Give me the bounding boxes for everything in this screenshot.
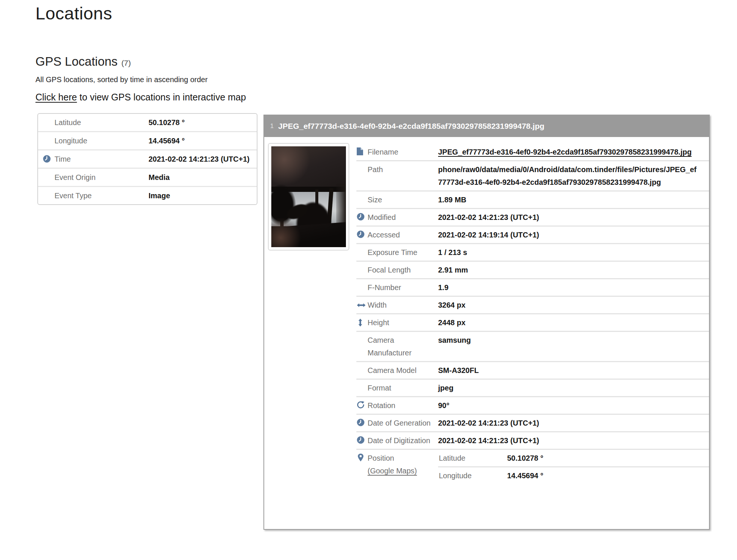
position-label: Latitude bbox=[438, 452, 507, 464]
meta-label: Rotation bbox=[368, 401, 396, 410]
media-index: 1 bbox=[270, 122, 274, 130]
meta-label: Size bbox=[356, 192, 438, 208]
gps-row-time: Time 2021-02-02 14:21:23 (UTC+1) bbox=[38, 149, 257, 168]
meta-label: Date of Digitization bbox=[368, 436, 430, 445]
meta-label: Focal Length bbox=[356, 262, 438, 278]
meta-row-camera-model: Camera Model SM-A320FL bbox=[356, 361, 709, 379]
meta-value: 2021-02-02 14:21:23 (UTC+1) bbox=[438, 209, 705, 225]
meta-value: 90° bbox=[438, 397, 705, 414]
position-row-latitude: Latitude 50.10278 ° bbox=[438, 450, 709, 466]
meta-value: 3264 px bbox=[438, 297, 705, 313]
gps-label: Event Type bbox=[38, 187, 149, 204]
media-card-title: JPEG_ef77773d-e316-4ef0-92b4-e2cda9f185a… bbox=[278, 122, 544, 131]
google-maps-link[interactable]: (Google Maps) bbox=[368, 467, 417, 475]
gps-value: 2021-02-02 14:21:23 (UTC+1) bbox=[149, 150, 257, 168]
meta-row-filename: Filename JPEG_ef77773d-e316-4ef0-92b4-e2… bbox=[356, 144, 709, 160]
meta-value: 1.9 bbox=[438, 279, 705, 296]
clock-icon bbox=[357, 419, 365, 426]
section-subtitle: All GPS locations, sorted by time in asc… bbox=[35, 75, 207, 84]
meta-label: Height bbox=[368, 318, 389, 327]
position-value: 14.45694 ° bbox=[507, 469, 709, 482]
map-link-rest: to view GPS locations in interactive map bbox=[77, 92, 246, 102]
clock-icon bbox=[43, 155, 51, 163]
file-icon bbox=[357, 147, 363, 155]
meta-row-rotation: Rotation 90° bbox=[356, 396, 709, 414]
gps-row-event-type: Event Type Image bbox=[38, 186, 257, 204]
meta-value: 1.89 MB bbox=[438, 192, 705, 208]
gps-label: Longitude bbox=[38, 132, 149, 149]
meta-row-width: Width 3264 px bbox=[356, 296, 709, 313]
meta-label: F-Number bbox=[356, 279, 438, 296]
meta-value: samsung bbox=[438, 332, 705, 361]
meta-value: 2448 px bbox=[438, 314, 705, 331]
gps-value: Media bbox=[149, 169, 257, 186]
width-arrow-icon bbox=[357, 303, 366, 308]
meta-label: Exposure Time bbox=[356, 244, 438, 261]
meta-label: Width bbox=[368, 301, 387, 309]
meta-label: Position bbox=[368, 454, 394, 462]
gps-label: Time bbox=[54, 155, 71, 163]
meta-row-height: Height 2448 px bbox=[356, 313, 709, 331]
meta-row-f-number: F-Number 1.9 bbox=[356, 278, 709, 296]
meta-label: Modified bbox=[368, 213, 396, 221]
media-card: 1 JPEG_ef77773d-e316-4ef0-92b4-e2cda9f18… bbox=[263, 115, 710, 530]
meta-value: 2021-02-02 14:19:14 (UTC+1) bbox=[438, 227, 705, 243]
meta-value: phone/raw0/data/media/0/Android/data/com… bbox=[438, 161, 705, 190]
meta-value: 2021-02-02 14:21:23 (UTC+1) bbox=[438, 415, 705, 431]
position-row-longitude: Longitude 14.45694 ° bbox=[438, 466, 709, 484]
meta-row-path: Path phone/raw0/data/media/0/Android/dat… bbox=[356, 160, 709, 190]
clock-icon bbox=[357, 230, 365, 238]
meta-row-position: Position (Google Maps) Latitude 50.10278… bbox=[356, 449, 709, 484]
media-metadata-table: Filename JPEG_ef77773d-e316-4ef0-92b4-e2… bbox=[356, 144, 709, 484]
filename-link[interactable]: JPEG_ef77773d-e316-4ef0-92b4-e2cda9f185a… bbox=[438, 148, 691, 156]
map-pin-icon bbox=[358, 454, 363, 461]
gps-location-table: Latitude 50.10278 ° Longitude 14.45694 °… bbox=[37, 113, 257, 205]
rotate-icon bbox=[357, 401, 365, 409]
thumbnail-photo bbox=[271, 146, 346, 247]
gps-value: 50.10278 ° bbox=[149, 114, 257, 131]
section-title: GPS Locations bbox=[35, 55, 118, 68]
meta-value: 1 / 213 s bbox=[438, 244, 705, 261]
meta-row-size: Size 1.89 MB bbox=[356, 190, 709, 208]
meta-value: SM-A320FL bbox=[438, 362, 705, 379]
meta-row-exposure-time: Exposure Time 1 / 213 s bbox=[356, 243, 709, 261]
meta-label: Format bbox=[356, 380, 438, 396]
position-label: Longitude bbox=[438, 469, 507, 482]
gps-row-latitude: Latitude 50.10278 ° bbox=[38, 114, 257, 131]
gps-label: Event Origin bbox=[38, 169, 149, 186]
meta-row-modified: Modified 2021-02-02 14:21:23 (UTC+1) bbox=[356, 208, 709, 225]
meta-label: Accessed bbox=[368, 231, 400, 239]
meta-row-focal-length: Focal Length 2.91 mm bbox=[356, 261, 709, 278]
meta-row-camera-manufacturer: Camera Manufacturer samsung bbox=[356, 331, 709, 361]
meta-label: Camera Manufacturer bbox=[356, 332, 438, 361]
meta-row-format: Format jpeg bbox=[356, 379, 709, 396]
map-link[interactable]: Click here bbox=[35, 92, 77, 102]
gps-row-event-origin: Event Origin Media bbox=[38, 168, 257, 186]
meta-row-accessed: Accessed 2021-02-02 14:19:14 (UTC+1) bbox=[356, 225, 709, 243]
height-arrow-icon bbox=[358, 318, 363, 327]
meta-label: Filename bbox=[368, 148, 398, 156]
media-thumbnail[interactable] bbox=[268, 143, 349, 251]
meta-label: Path bbox=[356, 161, 438, 190]
media-card-body: Filename JPEG_ef77773d-e316-4ef0-92b4-e2… bbox=[264, 137, 709, 529]
gps-value: 14.45694 ° bbox=[149, 132, 257, 149]
gps-value: Image bbox=[149, 187, 257, 204]
meta-row-date-of-generation: Date of Generation 2021-02-02 14:21:23 (… bbox=[356, 414, 709, 431]
meta-label: Date of Generation bbox=[368, 419, 431, 427]
meta-label: Camera Model bbox=[356, 362, 438, 379]
section-count: (7) bbox=[121, 59, 131, 67]
gps-label-wrap: Time bbox=[38, 150, 149, 168]
position-value: 50.10278 ° bbox=[507, 452, 709, 464]
gps-row-longitude: Longitude 14.45694 ° bbox=[38, 131, 257, 149]
clock-icon bbox=[357, 213, 365, 221]
map-link-line: Click here to view GPS locations in inte… bbox=[35, 92, 246, 103]
page-title: Locations bbox=[35, 3, 112, 24]
clock-icon bbox=[357, 436, 365, 444]
position-sub-table: Latitude 50.10278 ° Longitude 14.45694 ° bbox=[438, 450, 709, 484]
gps-label: Latitude bbox=[38, 114, 149, 131]
media-card-header: 1 JPEG_ef77773d-e316-4ef0-92b4-e2cda9f18… bbox=[264, 115, 709, 137]
meta-row-date-of-digitization: Date of Digitization 2021-02-02 14:21:23… bbox=[356, 431, 709, 449]
meta-value: 2.91 mm bbox=[438, 262, 705, 278]
meta-value: jpeg bbox=[438, 380, 705, 396]
meta-value: 2021-02-02 14:21:23 (UTC+1) bbox=[438, 432, 705, 449]
